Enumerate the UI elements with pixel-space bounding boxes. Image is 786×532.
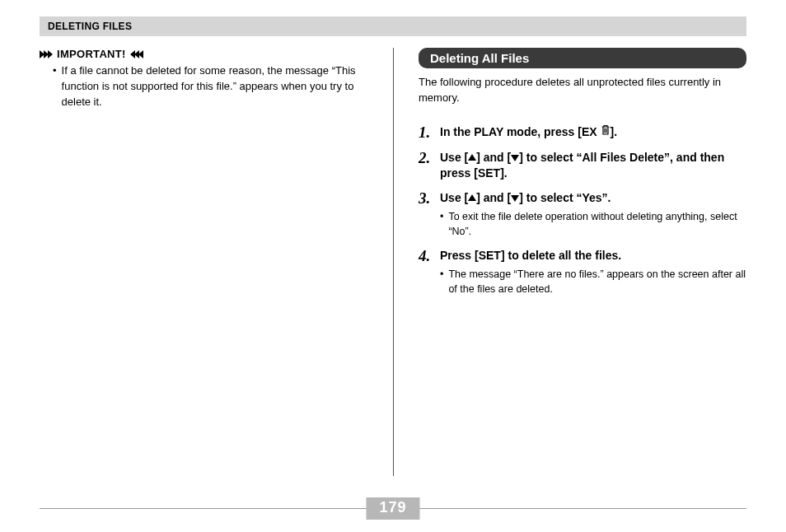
- step-number: 1.: [419, 124, 440, 142]
- left-column: IMPORTANT! • If a file cannot be deleted…: [40, 48, 393, 476]
- step-1: 1. In the PLAY mode, press [EX ].: [419, 124, 746, 142]
- content-columns: IMPORTANT! • If a file cannot be deleted…: [40, 48, 746, 476]
- subsection-title: Deleting All Files: [419, 48, 746, 68]
- step-3: 3. Use [] and [] to select “Yes”. • To e…: [419, 190, 746, 240]
- triangles-right-icon: [40, 50, 52, 58]
- down-triangle-icon: [511, 195, 519, 202]
- step-number: 4.: [419, 248, 440, 297]
- section-header: DELETING FILES: [40, 16, 746, 36]
- important-label: IMPORTANT!: [57, 48, 126, 60]
- important-bullet: • If a file cannot be deleted for some r…: [53, 63, 368, 110]
- up-triangle-icon: [468, 194, 476, 201]
- page-number: 179: [366, 497, 419, 520]
- step-1-text: In the PLAY mode, press [EX ].: [440, 124, 746, 141]
- bullet-icon: •: [440, 209, 443, 239]
- step-number: 3.: [419, 190, 440, 240]
- step-4-text: Press [SET] to delete all the files.: [440, 248, 746, 264]
- step-number: 2.: [419, 150, 440, 182]
- triangles-left-icon: [131, 50, 143, 58]
- important-bullet-text: If a file cannot be deleted for some rea…: [62, 63, 368, 110]
- step-4-subnote: • The message “There are no files.” appe…: [440, 267, 746, 296]
- trash-icon: [601, 124, 611, 140]
- step-4: 4. Press [SET] to delete all the files. …: [419, 248, 746, 297]
- down-triangle-icon: [511, 155, 519, 161]
- bullet-icon: •: [53, 63, 57, 110]
- step-2: 2. Use [] and [] to select “All Files De…: [419, 150, 746, 182]
- intro-text: The following procedure deletes all unpr…: [419, 75, 746, 106]
- bullet-icon: •: [440, 267, 443, 296]
- important-callout: IMPORTANT!: [40, 48, 368, 60]
- step-2-text: Use [] and [] to select “All Files Delet…: [440, 150, 746, 182]
- up-triangle-icon: [468, 154, 476, 161]
- step-3-text: Use [] and [] to select “Yes”.: [440, 190, 746, 207]
- step-3-subnote: • To exit the file delete operation with…: [440, 209, 746, 239]
- page-footer: 179: [40, 497, 746, 522]
- right-column: Deleting All Files The following procedu…: [393, 48, 746, 476]
